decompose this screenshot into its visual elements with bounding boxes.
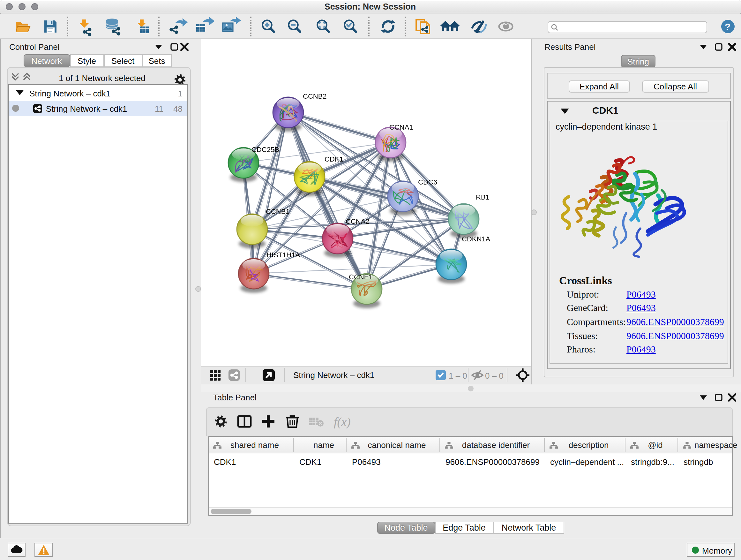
svg-text:@id: @id (648, 440, 663, 449)
svg-text:CCNB1: CCNB1 (266, 207, 290, 215)
svg-text:shared name: shared name (230, 440, 279, 449)
svg-text:name: name (313, 440, 334, 449)
svg-text:CCNA2: CCNA2 (346, 217, 369, 226)
svg-text:RB1: RB1 (476, 193, 489, 201)
svg-text:HIST1H1A: HIST1H1A (266, 251, 300, 259)
svg-text:CCNA1: CCNA1 (389, 123, 413, 131)
svg-text:CDK1: CDK1 (325, 155, 343, 163)
svg-text:namespace: namespace (694, 440, 737, 449)
svg-text:database identifier: database identifier (462, 440, 530, 449)
svg-text:CDC6: CDC6 (418, 178, 437, 186)
svg-text:CCNE1: CCNE1 (349, 273, 373, 281)
svg-text:CDKN1A: CDKN1A (462, 235, 490, 243)
svg-text:CCNB2: CCNB2 (303, 92, 327, 100)
svg-text:description: description (569, 440, 609, 449)
svg-text:CDC25B: CDC25B (252, 145, 279, 153)
svg-text:canonical name: canonical name (367, 440, 426, 449)
svg-text:f(x): f(x) (334, 415, 351, 428)
